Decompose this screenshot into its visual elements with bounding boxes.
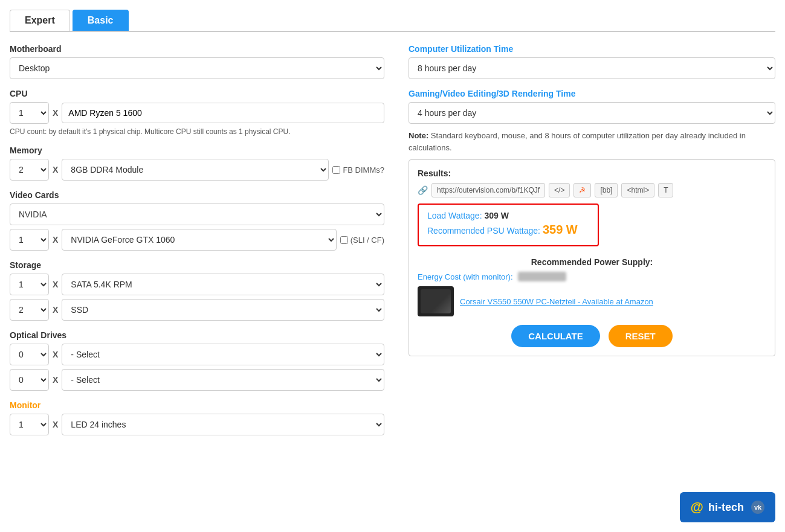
product-link[interactable]: Corsair VS550 550W PC-Netzteil - Availab… <box>460 297 653 306</box>
optical-row-1: 012 X - Select DVD Blu-ray <box>10 344 384 365</box>
fb-dimms-checkbox[interactable] <box>332 166 340 174</box>
motherboard-select[interactable]: Desktop Server Mini-ITX <box>10 57 384 79</box>
rec-psu-value: 359 W <box>543 223 578 236</box>
optical2-x-label: X <box>53 375 58 385</box>
video-brand-select[interactable]: NVIDIAAMDIntel <box>10 204 384 225</box>
video-model-row: 12 X NVIDIA GeForce GTX 1060 NVIDIA GeFo… <box>10 229 384 251</box>
gaming-time-label: Gaming/Video Editing/3D Rendering Time <box>409 89 775 98</box>
monitor-count-select[interactable]: 123 <box>10 414 49 435</box>
cpu-count-select[interactable]: 1234 <box>10 102 49 124</box>
sli-cf-checkbox-label: (SLI / CF) <box>340 236 384 245</box>
note-bold: Note: <box>409 131 428 140</box>
utilization-label: Computer Utilization Time <box>409 44 775 54</box>
video-x-label: X <box>53 235 58 245</box>
cpu-x-label: X <box>53 108 58 118</box>
tab-expert-label: Expert <box>25 15 55 25</box>
product-row: Corsair VS550 550W PC-Netzteil - Availab… <box>418 286 766 316</box>
tab-expert[interactable]: Expert <box>10 10 70 31</box>
share-url[interactable]: https://outervision.com/b/f1KQJf <box>431 183 545 197</box>
video-count-select[interactable]: 12 <box>10 229 49 251</box>
storage2-x-label: X <box>53 305 58 315</box>
main-layout: Motherboard Desktop Server Mini-ITX CPU … <box>10 44 775 439</box>
storage-row-1: 123 X SATA 5.4K RPM SATA 7.2K RPM NVMe S… <box>10 274 384 295</box>
wattage-box: Load Wattage: 309 W Recommended PSU Watt… <box>418 204 599 246</box>
energy-cost-label: Energy Cost (with monitor): <box>418 272 513 281</box>
share-html-btn[interactable]: <html> <box>621 183 654 197</box>
memory-type-select[interactable]: 8GB DDR4 Module 4GB DDR4 Module 16GB DDR… <box>62 159 329 181</box>
sli-cf-label: (SLI / CF) <box>351 236 384 245</box>
monitor-type-select[interactable]: LED 24 inches LED 27 inches LED 32 inche… <box>62 414 384 435</box>
optical-row-2: 012 X - Select DVD Blu-ray <box>10 369 384 391</box>
product-image <box>418 286 454 316</box>
optical1-type-select[interactable]: - Select DVD Blu-ray <box>62 344 384 365</box>
note-text: Standard keyboard, mouse, and 8 hours of… <box>409 131 746 152</box>
sli-cf-checkbox[interactable] <box>340 236 348 244</box>
cpu-note: CPU count: by default it's 1 physical ch… <box>10 127 384 136</box>
results-box: Results: 🔗 https://outervision.com/b/f1K… <box>409 159 775 356</box>
optical1-count-select[interactable]: 012 <box>10 344 49 365</box>
rec-psu-label: Recommended PSU Wattage: <box>427 226 540 236</box>
right-panel: Computer Utilization Time 8 hours per da… <box>409 44 775 356</box>
motherboard-label: Motherboard <box>10 44 384 54</box>
rec-psu-row: Recommended PSU Wattage: 359 W <box>427 223 589 237</box>
memory-x-label: X <box>53 165 58 175</box>
storage1-type-select[interactable]: SATA 5.4K RPM SATA 7.2K RPM NVMe SSD <box>62 274 384 295</box>
storage1-x-label: X <box>53 280 58 289</box>
storage-row-2: 123 X SSD HDD NVMe <box>10 299 384 321</box>
cpu-row: 1234 X <box>10 102 384 124</box>
monitor-label: Monitor <box>10 400 384 410</box>
optical2-type-select[interactable]: - Select DVD Blu-ray <box>62 369 384 391</box>
calculate-button[interactable]: CALCULATE <box>511 325 600 347</box>
storage2-count-select[interactable]: 123 <box>10 299 49 321</box>
share-code-btn[interactable]: </> <box>549 183 570 197</box>
load-wattage-row: Load Wattage: 309 W <box>427 211 589 220</box>
cpu-label: CPU <box>10 89 384 98</box>
psu-shape <box>421 289 451 313</box>
storage-label: Storage <box>10 260 384 270</box>
reset-button[interactable]: RESET <box>609 325 673 347</box>
share-bar: 🔗 https://outervision.com/b/f1KQJf </> ☭… <box>418 183 766 197</box>
note-box: Note: Standard keyboard, mouse, and 8 ho… <box>409 130 775 153</box>
utilization-select[interactable]: 8 hours per day 4 hours per day 12 hours… <box>409 57 775 79</box>
load-wattage-value: 309 W <box>484 211 508 220</box>
memory-label: Memory <box>10 146 384 155</box>
video-model-select[interactable]: NVIDIA GeForce GTX 1060 NVIDIA GeForce G… <box>62 229 336 251</box>
memory-row: 1234 X 8GB DDR4 Module 4GB DDR4 Module 1… <box>10 159 384 181</box>
tab-bar: Expert Basic <box>10 10 775 32</box>
monitor-row: 123 X LED 24 inches LED 27 inches LED 32… <box>10 414 384 435</box>
monitor-x-label: X <box>53 420 58 429</box>
left-panel: Motherboard Desktop Server Mini-ITX CPU … <box>10 44 384 439</box>
results-title: Results: <box>418 168 766 178</box>
optical1-x-label: X <box>53 350 58 359</box>
fb-dimms-checkbox-label: FB DIMMs? <box>332 165 384 175</box>
memory-count-select[interactable]: 1234 <box>10 159 49 181</box>
storage2-type-select[interactable]: SSD HDD NVMe <box>62 299 384 321</box>
tab-basic-label: Basic <box>88 15 114 25</box>
share-bb-btn[interactable]: [bb] <box>595 183 618 197</box>
action-buttons-row: CALCULATE RESET <box>418 325 766 347</box>
optical2-count-select[interactable]: 012 <box>10 369 49 391</box>
cpu-model-input[interactable] <box>62 103 384 123</box>
storage1-count-select[interactable]: 123 <box>10 274 49 295</box>
load-wattage-label: Load Wattage: <box>427 211 482 220</box>
energy-cost-value <box>518 272 566 281</box>
energy-cost-row: Energy Cost (with monitor): <box>418 272 766 281</box>
tab-basic[interactable]: Basic <box>73 10 129 31</box>
fb-dimms-label: FB DIMMs? <box>343 165 384 175</box>
share-text-btn[interactable]: T <box>658 183 673 197</box>
link-icon: 🔗 <box>418 185 428 195</box>
share-reddit-btn[interactable]: ☭ <box>573 183 591 197</box>
rec-power-supply-title: Recommended Power Supply: <box>418 257 766 267</box>
gaming-time-select[interactable]: 4 hours per day 2 hours per day 8 hours … <box>409 102 775 124</box>
video-cards-label: Video Cards <box>10 190 384 200</box>
optical-drives-label: Optical Drives <box>10 330 384 340</box>
